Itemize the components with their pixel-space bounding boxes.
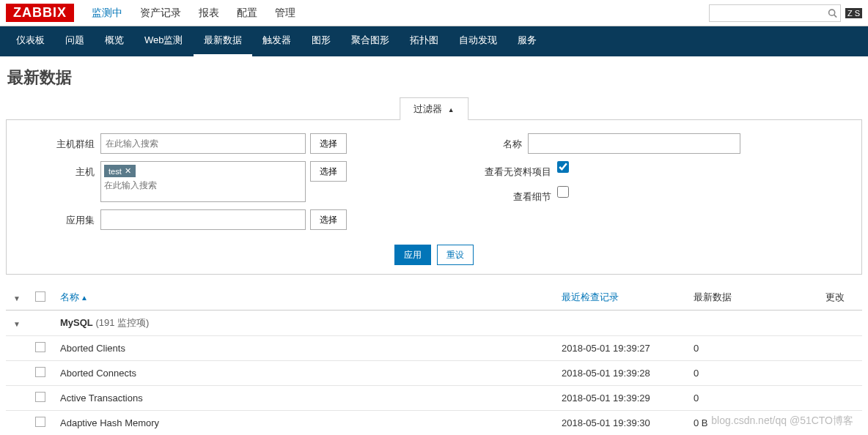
data-table: ▼ 名称▲ 最近检查记录 最新数据 更改 ▼ MySQL (191 监控项) A…	[6, 285, 862, 435]
table-row: Aborted Connects2018-05-01 19:39:280	[6, 361, 862, 386]
th-change: 更改	[818, 285, 862, 311]
svg-point-0	[829, 10, 835, 15]
cell-name: Aborted Clients	[53, 336, 554, 361]
subnav-latest[interactable]: 最新数据	[194, 26, 252, 56]
checkbox-nodata[interactable]	[557, 161, 569, 173]
page-title: 最新数据	[0, 56, 868, 99]
label-host-group: 主机群组	[29, 133, 95, 151]
cell-timestamp: 2018-05-01 19:39:27	[554, 336, 686, 361]
input-host-group[interactable]	[100, 133, 306, 154]
cell-change	[818, 411, 862, 436]
group-name: MySQL	[60, 317, 93, 328]
top-bar: ZABBIX 监测中 资产记录 报表 配置 管理 Z S	[0, 0, 868, 26]
row-checkbox[interactable]	[35, 342, 45, 352]
th-name[interactable]: 名称▲	[53, 285, 554, 311]
row-show-nodata: 查看无资料项目	[456, 161, 839, 179]
cell-timestamp: 2018-05-01 19:39:29	[554, 386, 686, 411]
sort-asc-icon: ▲	[81, 294, 88, 302]
label-detail: 查看细节	[456, 186, 551, 204]
apply-button[interactable]: 应用	[394, 245, 431, 265]
triangle-up-icon: ▲	[448, 106, 455, 114]
logo: ZABBIX	[6, 4, 74, 22]
cell-change	[818, 361, 862, 386]
reset-button[interactable]: 重设	[437, 245, 474, 265]
row-app: 应用集 选择	[29, 209, 412, 230]
table-row: Aborted Clients2018-05-01 19:39:270	[6, 336, 862, 361]
th-latest: 最新数据	[686, 285, 818, 311]
search-box[interactable]	[709, 4, 841, 22]
subnav-discovery[interactable]: 自动发现	[449, 26, 507, 56]
filter-wrap: 过滤器 ▲ 主机群组 选择 主机 test	[6, 119, 862, 275]
cell-change	[818, 336, 862, 361]
input-app[interactable]	[100, 209, 306, 230]
cell-value: 0	[686, 361, 818, 386]
topnav-reports[interactable]: 报表	[190, 1, 228, 26]
cell-name: Adaptive Hash Memory	[53, 411, 554, 436]
input-name[interactable]	[528, 133, 740, 154]
input-host-text[interactable]	[104, 180, 302, 190]
cell-name: Aborted Connects	[53, 361, 554, 386]
filter-panel: 主机群组 选择 主机 test ✕	[6, 119, 862, 275]
subnav-screens[interactable]: 聚合图形	[341, 26, 400, 56]
select-app-button[interactable]: 选择	[310, 209, 347, 230]
row-host-group: 主机群组 选择	[29, 133, 412, 154]
expand-all-icon[interactable]: ▼	[13, 294, 21, 302]
row-show-detail: 查看细节	[456, 186, 839, 204]
row-name-filter: 名称	[456, 133, 839, 154]
label-nodata: 查看无资料项目	[456, 161, 551, 179]
group-count: (191 监控项)	[95, 317, 149, 328]
label-app: 应用集	[29, 209, 95, 227]
subnav-dashboard[interactable]: 仪表板	[6, 26, 55, 56]
cell-name: Active Transactions	[53, 386, 554, 411]
topnav-monitoring[interactable]: 监测中	[83, 1, 131, 26]
close-icon[interactable]: ✕	[125, 166, 131, 176]
select-all-checkbox[interactable]	[35, 291, 45, 302]
zs-badge: Z S	[845, 8, 862, 18]
cell-timestamp: 2018-05-01 19:39:30	[554, 411, 686, 436]
topnav-admin[interactable]: 管理	[266, 1, 304, 26]
top-right: Z S	[709, 4, 862, 22]
host-tag[interactable]: test ✕	[104, 165, 136, 177]
cell-value: 0	[686, 386, 818, 411]
host-tag-label: test	[108, 167, 122, 176]
label-name: 名称	[456, 133, 522, 151]
checkbox-detail[interactable]	[557, 186, 569, 198]
sub-nav: 仪表板 问题 概览 Web监测 最新数据 触发器 图形 聚合图形 拓扑图 自动发…	[0, 26, 868, 56]
top-nav: 监测中 资产记录 报表 配置 管理	[83, 1, 304, 26]
svg-line-1	[834, 15, 836, 17]
row-checkbox[interactable]	[35, 417, 45, 427]
select-host-group-button[interactable]: 选择	[310, 133, 347, 154]
search-icon	[828, 8, 837, 18]
table-row: Adaptive Hash Memory2018-05-01 19:39:300…	[6, 411, 862, 436]
topnav-config[interactable]: 配置	[228, 1, 266, 26]
group-row: ▼ MySQL (191 监控项)	[6, 311, 862, 336]
label-host: 主机	[29, 161, 95, 179]
row-checkbox[interactable]	[35, 392, 45, 402]
filter-toggle[interactable]: 过滤器 ▲	[400, 97, 468, 120]
row-host: 主机 test ✕ 选择	[29, 161, 412, 202]
row-checkbox[interactable]	[35, 367, 45, 377]
th-last-check[interactable]: 最近检查记录	[554, 285, 686, 311]
expand-group-icon[interactable]: ▼	[13, 320, 21, 328]
subnav-maps[interactable]: 拓扑图	[400, 26, 449, 56]
subnav-overview[interactable]: 概览	[95, 26, 134, 56]
table-row: Active Transactions2018-05-01 19:39:290	[6, 386, 862, 411]
subnav-triggers[interactable]: 触发器	[252, 26, 301, 56]
cell-change	[818, 386, 862, 411]
subnav-graphs[interactable]: 图形	[301, 26, 341, 56]
select-host-button[interactable]: 选择	[310, 161, 347, 182]
topnav-inventory[interactable]: 资产记录	[131, 1, 190, 26]
filter-actions: 应用 重设	[29, 245, 839, 265]
cell-timestamp: 2018-05-01 19:39:28	[554, 361, 686, 386]
subnav-problems[interactable]: 问题	[55, 26, 95, 56]
cell-value: 0 B	[686, 411, 818, 436]
input-host[interactable]: test ✕	[100, 161, 306, 202]
filter-label: 过滤器	[413, 103, 442, 114]
subnav-web[interactable]: Web监测	[134, 26, 194, 56]
cell-value: 0	[686, 336, 818, 361]
subnav-services[interactable]: 服务	[507, 26, 547, 56]
search-input[interactable]	[713, 7, 828, 18]
